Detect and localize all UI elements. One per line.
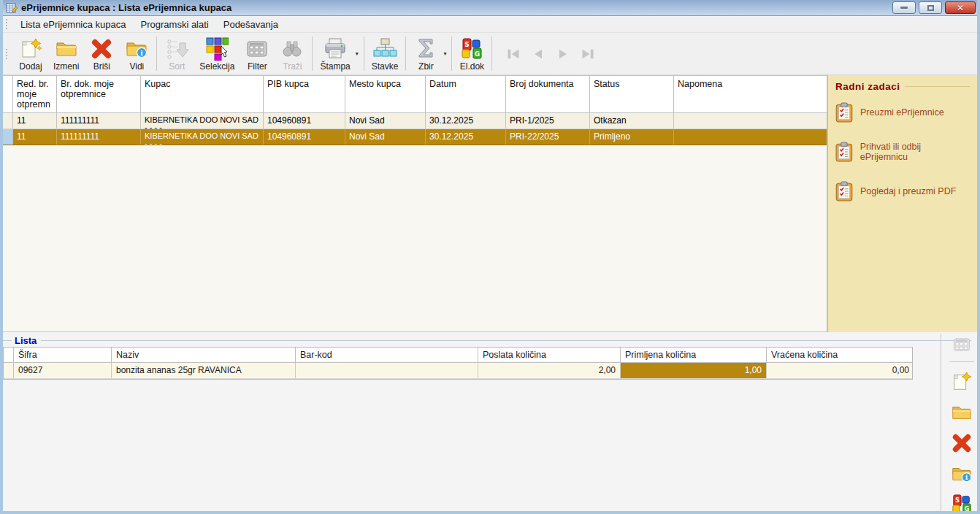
col-naziv[interactable]: Naziv xyxy=(112,348,296,362)
col-napomena[interactable]: Napomena xyxy=(674,76,827,112)
menubar-grip xyxy=(5,18,9,30)
nav-last-icon xyxy=(581,47,595,61)
col-br-dok[interactable]: Br. dok. moje otpremnice xyxy=(57,76,141,112)
col-poslata-kolicina[interactable]: Poslata količina xyxy=(478,348,621,362)
folder-open-icon[interactable] xyxy=(951,402,973,423)
cell-br-dok: 111111111 xyxy=(57,129,141,145)
trazi-button: Traži xyxy=(275,33,310,74)
table-row-selected[interactable]: 11 111111111 KIBERNETIKA DOO NOVI SAD - … xyxy=(3,129,827,145)
table-header-row: Red. br. moje otpremn Br. dok. moje otpr… xyxy=(3,76,827,113)
col-mesto[interactable]: Mesto kupca xyxy=(345,76,426,112)
svg-text:S: S xyxy=(465,41,470,48)
col-sifra[interactable]: Šifra xyxy=(14,348,112,362)
nav-next-icon xyxy=(556,47,570,61)
folder-info-icon: i xyxy=(125,37,148,61)
toolbar: Dodaj Izmeni Briši xyxy=(3,33,977,75)
zbir-button[interactable]: Zbir xyxy=(408,33,443,74)
col-primljena-kolicina[interactable]: Primljena količina xyxy=(621,348,767,362)
menu-podesavanja[interactable]: Podešavanja xyxy=(216,17,286,32)
tasks-panel-title: Radni zadaci xyxy=(835,81,900,92)
menubar: Lista ePrijemnica kupaca Programski alat… xyxy=(3,16,977,33)
side-toolbar-rule xyxy=(949,361,974,362)
clipboard-check-icon xyxy=(835,142,853,162)
selection-grid-cursor-icon xyxy=(205,37,229,61)
menu-programski-alati[interactable]: Programski alati xyxy=(134,17,216,32)
stavke-label: Stavke xyxy=(372,61,399,72)
cell-mesto: Novi Sad xyxy=(345,129,426,145)
cell-red-br: 11 xyxy=(13,113,57,128)
titlebar: ePrijemnice kupaca : Lista ePrijemnica k… xyxy=(0,0,980,16)
filter-button[interactable]: Filter xyxy=(240,33,275,74)
cell-pib: 104960891 xyxy=(264,113,345,128)
filter-label: Filter xyxy=(248,61,267,72)
close-button[interactable]: ✕ xyxy=(945,1,976,14)
col-status[interactable]: Status xyxy=(590,76,674,112)
minimize-button[interactable] xyxy=(892,1,916,14)
stavke-table: Šifra Naziv Bar-kod Poslata količina Pri… xyxy=(3,347,913,380)
task-prihvati-ili-odbij[interactable]: Prihvati ili odbij ePrijemnicu xyxy=(835,142,970,162)
selekcija-button[interactable]: Selekcija xyxy=(194,33,240,74)
maximize-button[interactable] xyxy=(919,1,942,14)
row-selector xyxy=(4,363,14,378)
svg-text:G: G xyxy=(475,50,480,58)
cell-broj-dokumenta: PRI-1/2025 xyxy=(506,113,590,128)
table-row[interactable]: 11 111111111 KIBERNETIKA DOO NOVI SAD - … xyxy=(3,113,827,129)
vidi-label: Vidi xyxy=(129,61,144,72)
col-red-br[interactable]: Red. br. moje otpremn xyxy=(13,76,57,112)
window-title: ePrijemnice kupaca : Lista ePrijemnica k… xyxy=(21,2,892,13)
filter-table-icon xyxy=(245,37,269,61)
cell-datum: 30.12.2025 xyxy=(426,113,506,128)
cell-sifra: 09627 xyxy=(14,363,112,378)
new-document-sparkle-icon[interactable] xyxy=(951,371,973,393)
izmeni-button[interactable]: Izmeni xyxy=(48,33,84,74)
brisi-button[interactable]: Briši xyxy=(84,33,119,74)
task-label: Preuzmi ePrijemnice xyxy=(860,107,944,118)
delete-x-icon[interactable] xyxy=(951,432,973,454)
org-chart-icon xyxy=(372,37,397,61)
stavke-button[interactable]: Stavke xyxy=(367,33,404,74)
record-navigation xyxy=(494,33,595,74)
kupac-line2: - - - - xyxy=(145,124,259,128)
side-toolbar-separator xyxy=(941,334,941,511)
groupbox-rule xyxy=(3,340,12,341)
clipboard-check-icon xyxy=(835,102,853,123)
row-selector-active xyxy=(3,129,13,145)
svg-text:S: S xyxy=(955,496,960,504)
eprijemnice-table: Red. br. moje otpremn Br. dok. moje otpr… xyxy=(3,75,827,332)
task-pogledaj-i-preuzmi-pdf[interactable]: Pogledaj i preuzmi PDF xyxy=(835,181,970,202)
delete-x-icon xyxy=(90,37,113,61)
stampa-button[interactable]: Štampa xyxy=(315,33,355,74)
radni-zadaci-panel: Radni zadaci Preuzmi ePrijemnice xyxy=(827,75,977,332)
zbir-dropdown-arrow[interactable]: ▾ xyxy=(443,33,449,74)
vidi-button[interactable]: i Vidi xyxy=(119,33,154,74)
menu-lista-eprijemnica-kupaca[interactable]: Lista ePrijemnica kupaca xyxy=(13,17,134,32)
electronic-document-icon[interactable]: G S xyxy=(952,494,972,514)
col-datum[interactable]: Datum xyxy=(426,76,506,112)
cell-napomena xyxy=(674,129,827,145)
clipboard-check-icon xyxy=(835,181,853,202)
sort-descending-icon xyxy=(165,37,188,61)
col-vracena-kolicina[interactable]: Vraćena količina xyxy=(767,348,914,362)
binoculars-icon xyxy=(280,37,304,61)
stavke-header-row: Šifra Naziv Bar-kod Poslata količina Pri… xyxy=(4,348,912,363)
cell-status: Primljeno xyxy=(590,129,674,145)
sort-button: Sort xyxy=(159,33,194,74)
cell-status: Otkazan xyxy=(590,113,674,128)
stavka-row[interactable]: 09627 bonzita ananas 25gr RAVANICA 2,00 … xyxy=(4,363,912,379)
stampa-label: Štampa xyxy=(320,61,350,72)
cell-naziv: bonzita ananas 25gr RAVANICA xyxy=(112,363,296,378)
task-preuzmi-eprijemnice[interactable]: Preuzmi ePrijemnice xyxy=(835,102,970,123)
row-selector-header xyxy=(4,348,14,362)
col-barkod[interactable]: Bar-kod xyxy=(296,348,478,362)
izmeni-label: Izmeni xyxy=(53,61,79,72)
col-broj-dokumenta[interactable]: Broj dokumenta xyxy=(506,76,590,112)
col-pib[interactable]: PIB kupca xyxy=(264,76,345,112)
sigma-icon xyxy=(415,37,437,61)
stavke-side-toolbar: i G S xyxy=(946,337,977,514)
stampa-dropdown-arrow[interactable]: ▾ xyxy=(356,33,361,74)
task-label: Prihvati ili odbij ePrijemnicu xyxy=(860,142,970,162)
col-kupac[interactable]: Kupac xyxy=(141,76,264,112)
eldok-button[interactable]: G S El.dok xyxy=(454,33,489,74)
dodaj-button[interactable]: Dodaj xyxy=(13,33,48,74)
folder-info-icon[interactable]: i xyxy=(951,463,973,485)
